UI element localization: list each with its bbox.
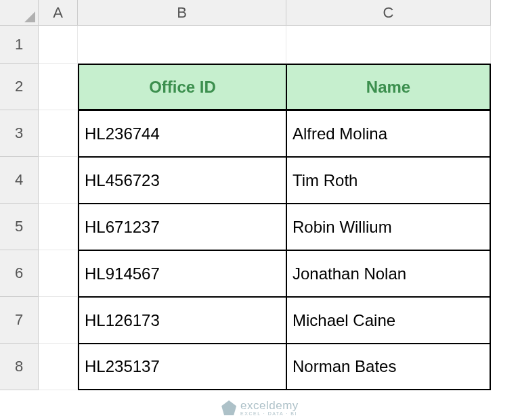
cell-a4[interactable] bbox=[39, 157, 78, 204]
spreadsheet-grid: A B C 1 2 Office ID Name 3 HL236744 Alfr… bbox=[0, 0, 520, 390]
select-all-corner[interactable] bbox=[0, 0, 39, 26]
col-header-a[interactable]: A bbox=[39, 0, 78, 26]
cell-c1[interactable] bbox=[286, 26, 491, 64]
table-row[interactable]: HL456723 bbox=[78, 157, 286, 204]
watermark-text: exceldemy EXCEL · DATA · BI bbox=[240, 400, 299, 416]
cell-a8[interactable] bbox=[39, 344, 78, 390]
col-header-c[interactable]: C bbox=[286, 0, 491, 26]
watermark: exceldemy EXCEL · DATA · BI bbox=[221, 400, 299, 416]
table-row[interactable]: HL671237 bbox=[78, 204, 286, 250]
table-header-name[interactable]: Name bbox=[286, 64, 491, 110]
cell-a3[interactable] bbox=[39, 110, 78, 157]
table-row[interactable]: Norman Bates bbox=[286, 344, 491, 390]
table-row[interactable]: HL236744 bbox=[78, 110, 286, 157]
row-header-1[interactable]: 1 bbox=[0, 26, 39, 64]
watermark-main: exceldemy bbox=[240, 400, 299, 411]
table-header-office-id[interactable]: Office ID bbox=[78, 64, 286, 110]
row-header-7[interactable]: 7 bbox=[0, 297, 39, 344]
row-header-5[interactable]: 5 bbox=[0, 204, 39, 250]
cell-a6[interactable] bbox=[39, 250, 78, 297]
table-row[interactable]: Robin Willium bbox=[286, 204, 491, 250]
table-row[interactable]: HL914567 bbox=[78, 250, 286, 297]
table-row[interactable]: Michael Caine bbox=[286, 297, 491, 344]
cell-a7[interactable] bbox=[39, 297, 78, 344]
exceldemy-logo-icon bbox=[221, 400, 236, 415]
row-header-2[interactable]: 2 bbox=[0, 64, 39, 110]
row-header-4[interactable]: 4 bbox=[0, 157, 39, 204]
table-row[interactable]: Alfred Molina bbox=[286, 110, 491, 157]
table-row[interactable]: Tim Roth bbox=[286, 157, 491, 204]
row-header-8[interactable]: 8 bbox=[0, 344, 39, 390]
watermark-sub: EXCEL · DATA · BI bbox=[240, 411, 299, 416]
table-row[interactable]: HL235137 bbox=[78, 344, 286, 390]
row-header-3[interactable]: 3 bbox=[0, 110, 39, 157]
cell-a1[interactable] bbox=[39, 26, 78, 64]
table-row[interactable]: HL126173 bbox=[78, 297, 286, 344]
cell-b1[interactable] bbox=[78, 26, 286, 64]
col-header-b[interactable]: B bbox=[78, 0, 286, 26]
cell-a2[interactable] bbox=[39, 64, 78, 110]
cell-a5[interactable] bbox=[39, 204, 78, 250]
table-row[interactable]: Jonathan Nolan bbox=[286, 250, 491, 297]
row-header-6[interactable]: 6 bbox=[0, 250, 39, 297]
